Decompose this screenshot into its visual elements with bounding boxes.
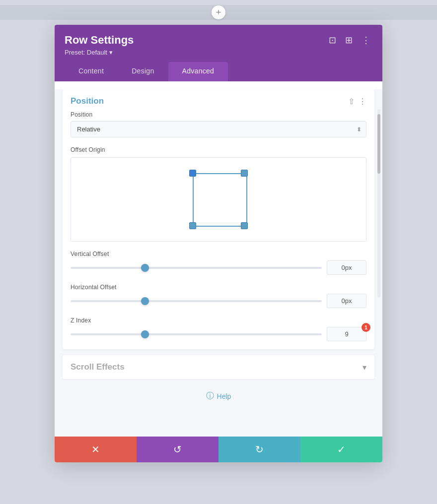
collapse-icon[interactable]: ⇧ — [348, 97, 355, 106]
origin-rect — [193, 173, 247, 227]
header-icons: ⊡ ⊞ ⋮ — [327, 34, 372, 47]
section-controls: ⇧ ⋮ — [348, 97, 366, 106]
help-link[interactable]: Help — [217, 392, 231, 400]
offset-origin-box[interactable] — [71, 157, 366, 242]
save-icon: ✓ — [337, 443, 346, 455]
modal-body: Position ⇧ ⋮ Position Relative Absolute … — [55, 89, 382, 437]
help-icon: ⓘ — [206, 391, 214, 401]
scroll-effects-title: Scroll Effects — [71, 362, 125, 372]
handle-bottom-left[interactable] — [189, 222, 196, 229]
position-section-title: Position — [71, 96, 104, 106]
origin-grid — [186, 170, 251, 229]
redo-button[interactable]: ↻ — [218, 437, 300, 462]
position-select-wrapper: Relative Absolute Fixed Static ⬍ — [71, 121, 366, 137]
vertical-offset-slider-row — [71, 260, 366, 275]
position-section-body: Position Relative Absolute Fixed Static … — [63, 111, 374, 349]
handle-bottom-right[interactable] — [241, 222, 248, 229]
help-row: ⓘ Help — [55, 379, 382, 409]
section-more-icon[interactable]: ⋮ — [359, 97, 366, 106]
undo-icon: ↺ — [173, 443, 182, 455]
vertical-offset-input[interactable] — [327, 260, 366, 275]
horizontal-offset-label: Horizontal Offset — [71, 284, 366, 291]
z-value-wrapper: 1 — [327, 327, 366, 341]
position-select[interactable]: Relative Absolute Fixed Static — [71, 121, 366, 137]
position-section: Position ⇧ ⋮ Position Relative Absolute … — [63, 89, 374, 349]
expand-icon[interactable]: ⊡ — [327, 34, 338, 47]
preset-row[interactable]: Preset: Default ▾ — [65, 49, 372, 56]
scrollbar[interactable] — [377, 109, 380, 298]
cancel-button[interactable]: ✕ — [55, 437, 137, 462]
scroll-effects-chevron[interactable]: ▾ — [363, 363, 366, 372]
position-label: Position — [71, 111, 366, 118]
z-index-track[interactable] — [71, 333, 322, 335]
vertical-offset-thumb[interactable] — [141, 264, 149, 272]
z-index-group: Z Index 1 — [71, 317, 366, 341]
tab-design[interactable]: Design — [118, 62, 168, 81]
horizontal-offset-track[interactable] — [71, 300, 322, 302]
tab-advanced[interactable]: Advanced — [168, 62, 228, 81]
z-index-thumb[interactable] — [141, 330, 149, 338]
handle-top-left[interactable] — [189, 170, 196, 177]
z-index-label: Z Index — [71, 317, 366, 324]
undo-button[interactable]: ↺ — [137, 437, 218, 462]
handle-top-right[interactable] — [241, 170, 248, 177]
horizontal-offset-slider-row — [71, 294, 366, 308]
scrollbar-thumb[interactable] — [377, 114, 380, 174]
vertical-offset-group: Vertical Offset — [71, 251, 366, 275]
modal-footer: ✕ ↺ ↻ ✓ — [55, 437, 382, 462]
position-section-header: Position ⇧ ⋮ — [63, 89, 374, 111]
horizontal-offset-thumb[interactable] — [141, 297, 149, 305]
add-button[interactable]: + — [212, 5, 225, 19]
offset-origin-group: Offset Origin — [71, 146, 366, 242]
z-index-row: 1 — [71, 327, 366, 341]
z-index-badge: 1 — [362, 323, 370, 332]
more-icon[interactable]: ⋮ — [360, 34, 372, 47]
row-settings-modal: Row Settings ⊡ ⊞ ⋮ Preset: Default ▾ Con… — [55, 25, 382, 462]
scroll-effects-header[interactable]: Scroll Effects ▾ — [63, 355, 374, 379]
redo-icon: ↻ — [255, 443, 264, 455]
horizontal-offset-input[interactable] — [327, 294, 366, 308]
horizontal-offset-group: Horizontal Offset — [71, 284, 366, 308]
scroll-effects-section: Scroll Effects ▾ — [63, 355, 374, 379]
vertical-offset-label: Vertical Offset — [71, 251, 366, 257]
plus-icon: + — [216, 7, 221, 18]
offset-origin-label: Offset Origin — [71, 146, 366, 153]
top-bar: + — [0, 5, 437, 20]
save-button[interactable]: ✓ — [300, 437, 382, 462]
preset-label: Preset: Default — [65, 49, 107, 56]
modal-title: Row Settings — [65, 34, 134, 47]
tabs: Content Design Advanced — [65, 62, 372, 81]
split-icon[interactable]: ⊞ — [343, 34, 355, 47]
preset-arrow: ▾ — [109, 49, 113, 56]
tab-content[interactable]: Content — [65, 62, 118, 81]
z-index-input[interactable] — [327, 327, 366, 341]
cancel-icon: ✕ — [91, 443, 100, 455]
position-field-group: Position Relative Absolute Fixed Static … — [71, 111, 366, 137]
modal-header: Row Settings ⊡ ⊞ ⋮ Preset: Default ▾ Con… — [55, 25, 382, 81]
vertical-offset-track[interactable] — [71, 267, 322, 269]
